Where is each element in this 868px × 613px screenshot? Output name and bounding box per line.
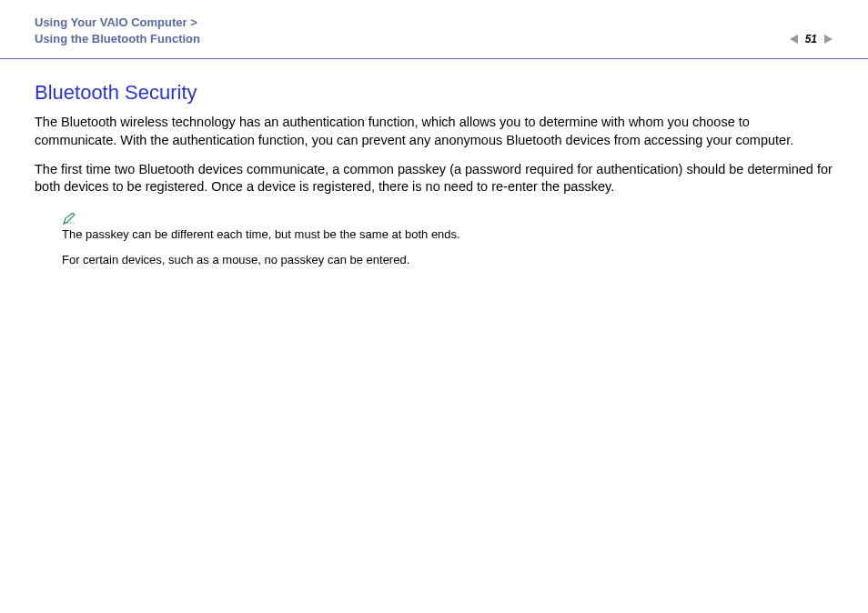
breadcrumb: Using Your VAIO Computer > Using the Blu… [35,15,200,47]
next-page-arrow-icon[interactable] [823,34,833,45]
svg-marker-0 [790,35,798,44]
svg-marker-1 [824,35,833,44]
page-navigation: 51 [789,33,833,45]
note-text-1: The passkey can be different each time, … [62,226,833,243]
note-block: The passkey can be different each time, … [62,213,833,268]
page-content: Bluetooth Security The Bluetooth wireles… [0,59,868,268]
breadcrumb-line-2: Using the Bluetooth Function [35,31,200,47]
prev-page-arrow-icon[interactable] [789,34,800,45]
pencil-note-icon [62,213,833,226]
page-header: Using Your VAIO Computer > Using the Blu… [0,0,868,59]
section-title: Bluetooth Security [35,81,833,105]
page-number: 51 [805,33,817,45]
breadcrumb-line-1: Using Your VAIO Computer > [35,15,200,31]
note-text-2: For certain devices, such as a mouse, no… [62,252,833,268]
paragraph-1: The Bluetooth wireless technology has an… [35,114,833,149]
paragraph-2: The first time two Bluetooth devices com… [35,161,833,196]
